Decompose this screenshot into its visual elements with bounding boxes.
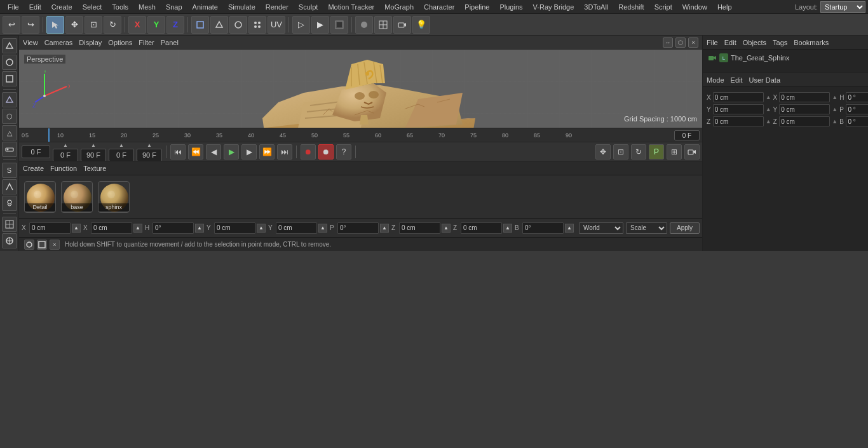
sidebar-btn-9[interactable] xyxy=(2,179,17,194)
record-active-button[interactable]: ⏺ xyxy=(318,144,334,160)
material-base[interactable]: base xyxy=(61,181,93,213)
menu-simulate[interactable]: Simulate xyxy=(223,2,261,12)
menu-character[interactable]: Character xyxy=(419,2,459,12)
viewport-menu-filter[interactable]: Filter xyxy=(139,39,154,46)
menu-mesh[interactable]: Mesh xyxy=(133,2,161,12)
uv-mode-button[interactable]: UV xyxy=(268,16,285,34)
polygon-mode-button[interactable] xyxy=(210,16,228,34)
menu-mograph[interactable]: MoGraph xyxy=(379,2,419,12)
material-detail[interactable]: Detail xyxy=(24,181,56,213)
menu-sculpt[interactable]: Sculpt xyxy=(294,2,323,12)
menu-file[interactable]: File xyxy=(3,2,24,12)
wireframe-button[interactable] xyxy=(374,16,392,34)
menu-snap[interactable]: Snap xyxy=(161,2,187,12)
menu-create[interactable]: Create xyxy=(46,2,78,12)
attr-userdata[interactable]: User Data xyxy=(749,76,781,84)
sidebar-btn-6[interactable]: △ xyxy=(2,125,17,140)
menu-render[interactable]: Render xyxy=(261,2,294,12)
sidebar-btn-12[interactable] xyxy=(2,233,17,248)
viewport-menu-options[interactable]: Options xyxy=(108,39,132,46)
viewport-shading-button[interactable] xyxy=(355,16,373,34)
prev-frame-button[interactable]: ◀ xyxy=(206,144,221,160)
obj-mgr-tags[interactable]: Tags xyxy=(773,39,787,46)
apply-button[interactable]: Apply xyxy=(670,222,700,234)
object-mode-button[interactable] xyxy=(191,16,209,34)
sidebar-btn-7[interactable] xyxy=(2,142,17,157)
material-menu-texture[interactable]: Texture xyxy=(83,165,106,172)
record-button[interactable]: ⏺ xyxy=(301,144,316,160)
menu-3dtall[interactable]: 3DToAll xyxy=(579,2,613,12)
prev-key-button[interactable]: ⏪ xyxy=(188,144,203,160)
status-icon-3[interactable]: × xyxy=(50,240,60,250)
z-axis-button[interactable]: Z xyxy=(166,16,184,34)
coord-p-input[interactable] xyxy=(337,222,379,234)
viewport-menu-display[interactable]: Display xyxy=(79,39,102,46)
object-item-sphinx[interactable]: L The_Great_Sphinx xyxy=(705,52,868,64)
camera-transport-btn[interactable] xyxy=(684,144,700,160)
start-frame-input[interactable] xyxy=(53,149,78,161)
status-icon-1[interactable] xyxy=(24,240,34,250)
attr-z-size[interactable] xyxy=(779,116,830,126)
render-settings-button[interactable] xyxy=(330,16,348,34)
material-menu-function[interactable]: Function xyxy=(50,165,77,172)
obj-mgr-bookmarks[interactable]: Bookmarks xyxy=(794,39,829,46)
viewport-menu-cameras[interactable]: Cameras xyxy=(44,39,73,46)
go-start-button[interactable]: ⏮ xyxy=(170,144,186,160)
viewport-close-btn[interactable]: × xyxy=(688,37,698,48)
end-frame-input[interactable] xyxy=(81,149,106,161)
timeline-area[interactable]: 0 5 10 15 20 25 30 35 40 45 50 55 60 65 … xyxy=(19,128,702,142)
coord-y2-input[interactable] xyxy=(276,222,317,234)
attr-y-size[interactable] xyxy=(779,104,830,114)
attr-z-pos[interactable] xyxy=(713,116,764,126)
menu-pipeline[interactable]: Pipeline xyxy=(459,2,494,12)
menu-tools[interactable]: Tools xyxy=(107,2,133,12)
play-button[interactable]: ▶ xyxy=(224,144,239,160)
rotate-transport-btn[interactable]: ↻ xyxy=(631,144,646,160)
menu-redshift[interactable]: Redshift xyxy=(613,2,649,12)
render-button[interactable]: ▶ xyxy=(311,16,329,34)
menu-animate[interactable]: Animate xyxy=(187,2,223,12)
viewport-canvas[interactable]: Perspective xyxy=(19,50,702,128)
x-axis-button[interactable]: X xyxy=(128,16,146,34)
coord-b-input[interactable] xyxy=(522,222,564,234)
menu-window[interactable]: Window xyxy=(677,2,712,12)
pivot-btn[interactable]: P xyxy=(649,144,664,160)
material-sphinx[interactable]: sphinx xyxy=(98,181,130,213)
world-dropdown[interactable]: World Local Object xyxy=(579,222,623,234)
light-button[interactable]: 💡 xyxy=(412,16,430,34)
coord-x-input[interactable] xyxy=(29,222,71,234)
scale-dropdown[interactable]: Scale Size xyxy=(626,222,667,234)
coord-h-input[interactable] xyxy=(153,222,194,234)
coord-x2-input[interactable] xyxy=(91,222,132,234)
sidebar-btn-11[interactable] xyxy=(2,217,17,232)
attr-edit[interactable]: Edit xyxy=(731,76,743,84)
grid-transport-btn[interactable]: ⊞ xyxy=(667,144,682,160)
sidebar-btn-4[interactable] xyxy=(2,92,17,107)
question-button[interactable]: ? xyxy=(336,144,351,160)
move-tool-button[interactable]: ✥ xyxy=(65,16,83,34)
layout-select[interactable]: Startup Standard Modeling xyxy=(820,1,865,13)
viewport-maximize-btn[interactable]: ↔ xyxy=(663,37,673,48)
frame-display-right[interactable] xyxy=(674,130,700,140)
menu-help[interactable]: Help xyxy=(712,2,737,12)
viewport-restore-btn[interactable]: ⬡ xyxy=(675,37,686,48)
preview-start-input[interactable] xyxy=(109,149,134,161)
sidebar-btn-5[interactable]: ⬡ xyxy=(2,109,17,124)
sidebar-btn-8[interactable]: S xyxy=(2,163,17,178)
preview-end-input[interactable] xyxy=(137,149,162,161)
sidebar-btn-2[interactable] xyxy=(2,55,17,70)
attr-x-size[interactable] xyxy=(779,92,830,102)
menu-script[interactable]: Script xyxy=(649,2,677,12)
material-menu-create[interactable]: Create xyxy=(23,165,44,172)
obj-mgr-objects[interactable]: Objects xyxy=(743,39,766,46)
select-tool-button[interactable] xyxy=(46,16,64,34)
go-end-button[interactable]: ⏭ xyxy=(277,144,292,160)
attr-b-rot[interactable] xyxy=(846,116,868,126)
current-frame-input[interactable] xyxy=(22,146,50,158)
redo-button[interactable]: ↪ xyxy=(22,16,39,34)
coord-z2-input[interactable] xyxy=(461,222,502,234)
attr-h-rot[interactable] xyxy=(846,92,868,102)
coord-y-input[interactable] xyxy=(214,222,255,234)
menu-motion-tracker[interactable]: Motion Tracker xyxy=(323,2,379,12)
sidebar-btn-10[interactable] xyxy=(2,196,17,211)
